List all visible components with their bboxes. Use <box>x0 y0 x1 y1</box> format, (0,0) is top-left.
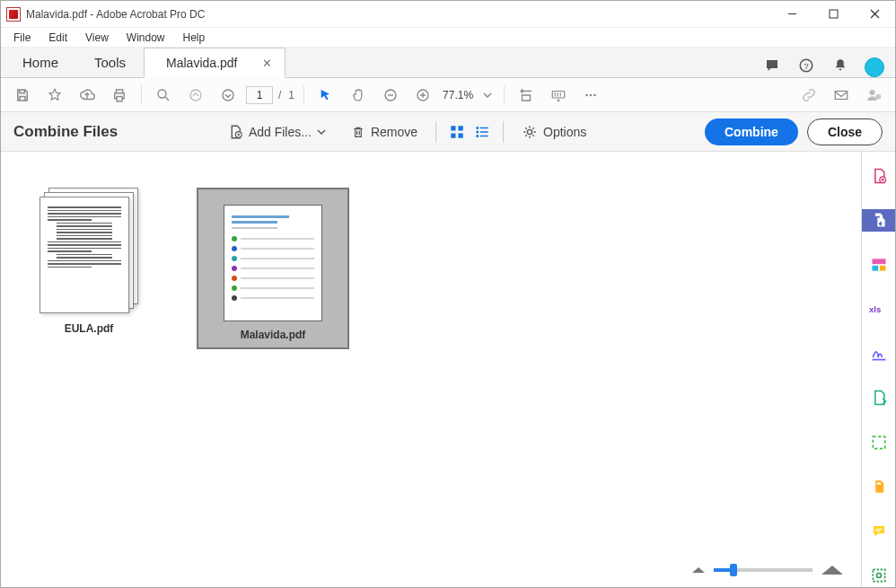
app-icon <box>6 7 21 22</box>
svg-rect-16 <box>451 126 455 130</box>
close-panel-label: Close <box>828 125 862 139</box>
zoom-out-icon[interactable] <box>378 83 403 108</box>
share-link-icon[interactable] <box>796 83 821 108</box>
menu-bar: File Edit View Window Help <box>1 28 895 48</box>
list-view-icon[interactable] <box>472 122 492 142</box>
svg-point-10 <box>590 93 593 96</box>
svg-rect-32 <box>873 436 884 448</box>
comments-icon[interactable] <box>760 54 784 77</box>
print-icon[interactable] <box>107 83 132 108</box>
file-label: EULA.pdf <box>65 322 114 335</box>
email-icon[interactable] <box>829 83 854 108</box>
main-toolbar: 1 / 1 77.1% <box>1 78 895 112</box>
file-selection-frame: Malavida.pdf <box>197 188 349 349</box>
combine-title: Combine Files <box>13 123 118 141</box>
rail-comment-icon[interactable] <box>862 520 896 543</box>
next-page-icon[interactable] <box>215 83 241 108</box>
zoom-level[interactable]: 77.1% <box>439 89 477 101</box>
svg-point-5 <box>223 90 233 101</box>
account-avatar[interactable] <box>865 57 884 77</box>
close-panel-button[interactable]: Close <box>807 118 883 145</box>
title-bar: Malavida.pdf - Adobe Acrobat Pro DC <box>1 1 895 28</box>
svg-rect-28 <box>872 259 885 264</box>
share-people-icon[interactable] <box>861 83 886 108</box>
svg-rect-33 <box>875 529 883 530</box>
rail-create-pdf-icon[interactable] <box>862 164 896 188</box>
rail-more-tools-icon[interactable] <box>862 565 896 588</box>
star-icon[interactable] <box>42 83 67 108</box>
svg-point-11 <box>593 93 596 96</box>
zoom-in-icon[interactable] <box>410 83 435 108</box>
tab-home[interactable]: Home <box>4 48 76 77</box>
rail-sign-icon[interactable] <box>862 342 896 365</box>
svg-point-13 <box>870 90 875 95</box>
file-thumb-selected[interactable]: Malavida.pdf <box>197 188 349 349</box>
combine-button[interactable]: Combine <box>705 118 798 145</box>
svg-rect-25 <box>480 135 488 136</box>
combine-canvas[interactable]: EULA.pdf <box>1 152 861 587</box>
page-total: 1 <box>285 89 298 101</box>
help-icon[interactable]: ? <box>795 54 818 77</box>
select-tool-icon[interactable] <box>313 83 338 108</box>
menu-view[interactable]: View <box>76 30 118 46</box>
notifications-icon[interactable] <box>829 54 852 77</box>
rail-organize-icon[interactable] <box>862 387 896 410</box>
zoom-dropdown-icon[interactable] <box>480 83 495 108</box>
hand-tool-icon[interactable] <box>346 83 371 108</box>
fit-page-icon[interactable] <box>546 83 571 108</box>
tab-document[interactable]: Malavida.pdf ✕ <box>144 48 285 78</box>
svg-rect-19 <box>459 133 463 137</box>
svg-rect-8 <box>552 91 565 98</box>
zoom-slider-handle[interactable] <box>730 564 737 576</box>
rail-scan-icon[interactable] <box>862 431 896 454</box>
thumbnail-view-icon[interactable] <box>447 122 467 142</box>
svg-rect-0 <box>830 10 838 18</box>
page-sep: / <box>275 89 285 101</box>
svg-point-26 <box>527 129 531 134</box>
file-label: Malavida.pdf <box>241 329 306 341</box>
svg-rect-17 <box>459 126 463 130</box>
file-preview-icon <box>224 205 322 321</box>
options-button[interactable]: Options <box>513 120 595 144</box>
zoom-smaller-icon[interactable] <box>692 567 705 573</box>
svg-point-20 <box>476 127 479 129</box>
prev-page-icon[interactable] <box>183 83 208 108</box>
svg-rect-21 <box>480 127 488 128</box>
zoom-slider[interactable] <box>714 568 813 572</box>
svg-rect-34 <box>875 531 880 531</box>
remove-button[interactable]: Remove <box>342 120 426 144</box>
menu-help[interactable]: Help <box>174 30 215 46</box>
add-files-button[interactable]: Add Files... <box>218 120 340 144</box>
rail-combine-files-icon[interactable] <box>862 209 896 233</box>
svg-point-3 <box>158 90 166 98</box>
svg-rect-12 <box>835 91 848 99</box>
combine-files-bar: Combine Files Add Files... Remove Option <box>1 112 895 152</box>
combine-label: Combine <box>725 125 778 139</box>
file-thumb[interactable]: EULA.pdf <box>26 188 152 335</box>
maximize-button[interactable] <box>813 1 854 28</box>
save-icon[interactable] <box>10 83 35 108</box>
svg-point-24 <box>476 135 479 137</box>
menu-file[interactable]: File <box>4 30 40 46</box>
rail-edit-pdf-icon[interactable] <box>862 253 896 276</box>
cloud-upload-icon[interactable] <box>75 83 100 108</box>
close-tab-icon[interactable]: ✕ <box>262 57 272 70</box>
menu-window[interactable]: Window <box>118 30 174 46</box>
menu-edit[interactable]: Edit <box>40 30 76 46</box>
rail-export-pdf-icon[interactable]: xls <box>862 298 896 321</box>
minimize-button[interactable] <box>771 1 813 28</box>
more-tools-icon[interactable] <box>578 83 603 108</box>
svg-rect-30 <box>879 266 885 271</box>
tab-tools[interactable]: Tools <box>76 48 144 77</box>
page-number-input[interactable]: 1 <box>246 86 273 104</box>
find-icon[interactable] <box>151 83 176 108</box>
fit-width-icon[interactable] <box>514 83 539 108</box>
zoom-larger-icon[interactable] <box>821 566 843 575</box>
rail-protect-icon[interactable] <box>862 476 896 499</box>
remove-label: Remove <box>371 125 417 139</box>
close-window-button[interactable] <box>854 1 895 28</box>
svg-rect-23 <box>480 131 488 133</box>
tab-document-label: Malavida.pdf <box>166 56 237 70</box>
add-files-label: Add Files... <box>249 125 312 139</box>
window-title: Malavida.pdf - Adobe Acrobat Pro DC <box>26 8 771 21</box>
